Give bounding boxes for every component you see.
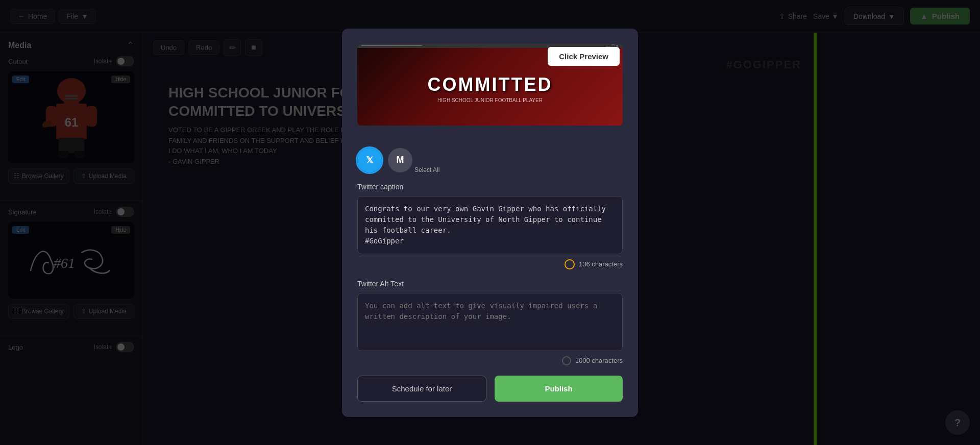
- modal-committed-text: COMMITTED: [428, 74, 553, 95]
- twitter-caption-textarea[interactable]: Congrats to our very own Gavin Gipper wh…: [357, 196, 623, 254]
- meta-symbol: M: [397, 155, 404, 165]
- modal-preview-actions: Click Preview: [545, 44, 623, 69]
- select-all-label[interactable]: Select All: [414, 166, 439, 174]
- modal-school-mini: HIGH SCHOOL JUNIOR FOOTBALL PLAYER: [428, 97, 553, 103]
- twitter-selected-ring: [356, 146, 383, 174]
- char-count-row: 136 characters: [357, 259, 623, 269]
- twitter-alt-text-textarea[interactable]: [357, 293, 623, 351]
- click-preview-button[interactable]: Click Preview: [548, 47, 620, 66]
- social-icons-row: 𝕏 M Select All: [357, 138, 623, 172]
- publish-modal-button[interactable]: Publish: [495, 376, 623, 402]
- twitter-icon[interactable]: 𝕏: [357, 148, 382, 172]
- alt-char-count-row: 1000 characters: [357, 356, 623, 365]
- publish-modal: ───────────────────── — □ × COMMITTED HI…: [342, 29, 638, 417]
- twitter-caption-label: Twitter caption: [357, 183, 623, 191]
- modal-footer: Schedule for later Publish: [357, 376, 623, 402]
- schedule-button[interactable]: Schedule for later: [357, 376, 486, 402]
- alt-char-count-label: 1000 characters: [575, 357, 623, 364]
- alt-char-circle: [562, 356, 571, 365]
- char-count-label: 136 characters: [579, 260, 623, 268]
- char-circle-icon: [565, 259, 575, 269]
- modal-preview-image: ───────────────────── — □ × COMMITTED HI…: [357, 44, 623, 126]
- meta-icon[interactable]: M: [388, 148, 412, 172]
- twitter-alt-text-label: Twitter Alt-Text: [357, 280, 623, 288]
- modal-overlay[interactable]: ───────────────────── — □ × COMMITTED HI…: [0, 0, 980, 445]
